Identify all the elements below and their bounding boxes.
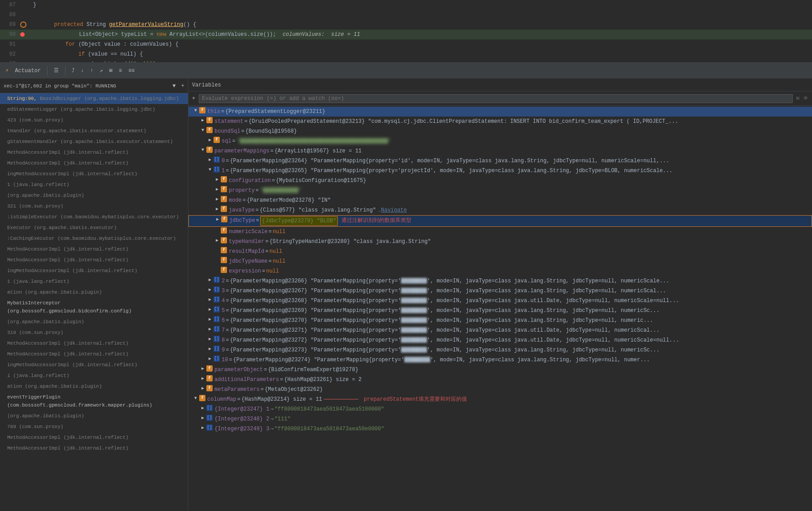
eval-input[interactable]: [199, 94, 793, 103]
var-row-pm7[interactable]: ▶ [] 7 = {ParameterMapping@23271} "Param…: [188, 325, 812, 335]
var-row-property[interactable]: ▶ f property = "███████████": [188, 186, 812, 195]
frame-item[interactable]: 319 (com.sun.proxy): [0, 327, 188, 338]
toolbar-eval[interactable]: ⊞: [107, 66, 114, 75]
frame-item[interactable]: MybatisInterceptor (org.bosssoft.gpmsclo…: [0, 298, 188, 316]
frame-item[interactable]: MethodAccessorImpl (jdk.internal.reflect…: [0, 443, 188, 454]
toggle-pm1[interactable]: ▼: [206, 166, 214, 173]
frame-item[interactable]: MethodAccessorImpl (jdk.internal.reflect…: [0, 432, 188, 443]
toggle-cm1[interactable]: ▶: [199, 405, 206, 412]
frame-item[interactable]: ation (org.apache.ibatis.plugin): [0, 381, 188, 392]
frame-item[interactable]: ingMethodAccessorImpl (jdk.internal.refl…: [0, 169, 188, 179]
frame-item[interactable]: (org.apache.ibatis.plugin): [0, 411, 188, 421]
toggle-config[interactable]: ▶: [214, 176, 221, 183]
frame-item[interactable]: 1 (java.lang.reflect): [0, 370, 188, 381]
frame-item[interactable]: String:90, BaseJdbcLogger (org.apache.ib…: [0, 93, 188, 104]
frame-item[interactable]: 1 (java.lang.reflect): [0, 179, 188, 190]
toggle-sql[interactable]: ▶: [206, 137, 214, 144]
filter-icon[interactable]: ▼: [173, 83, 176, 89]
var-row-mode[interactable]: ▶ f mode = {ParameterMode@23278} "IN": [188, 195, 812, 205]
var-row-pm6[interactable]: ▶ [] 6 = {ParameterMapping@23270} "Param…: [188, 316, 812, 325]
frame-item[interactable]: MethodAccessorImpl (jdk.internal.reflect…: [0, 244, 188, 255]
var-row-resultMapId[interactable]: f resultMapId = null: [188, 247, 812, 256]
var-row-boundSql[interactable]: ▼ f boundSql = {BoundSql@19568}: [188, 126, 812, 136]
var-row-cm3[interactable]: ▶ [] {Integer@23249} 3 → "ff8000818473ae…: [188, 424, 812, 434]
var-row-pm9[interactable]: ▶ [] 9 = {ParameterMapping@23273} "Param…: [188, 345, 812, 355]
toggle-typeHandler[interactable]: ▶: [214, 237, 221, 244]
frame-item[interactable]: MethodAccessorImpl (jdk.internal.reflect…: [0, 255, 188, 265]
frame-item[interactable]: tHandler (org.apache.ibatis.executor.sta…: [0, 126, 188, 136]
var-row-jdbcType[interactable]: ▶ f jdbcType = {JdbcType@23279} "BLOB" 通…: [188, 215, 812, 227]
var-row-sql[interactable]: ▶ f sql = "█████████████████████████████…: [188, 136, 812, 146]
toggle-javaType[interactable]: ▶: [214, 206, 221, 213]
toggle-pm8[interactable]: ▶: [206, 336, 214, 343]
toolbar-run-cursor[interactable]: ↗: [98, 66, 105, 75]
toggle-jdbcType[interactable]: ▶: [214, 216, 221, 223]
toggle-cm2[interactable]: ▶: [199, 415, 206, 422]
toggle-parameterMappings[interactable]: ▼: [199, 147, 206, 154]
toggle-parameterObject[interactable]: ▶: [199, 365, 206, 372]
toolbar-more[interactable]: ≡≡: [127, 67, 136, 75]
var-row-cm2[interactable]: ▶ [] {Integer@23248} 2 → "111": [188, 414, 812, 424]
var-row-typeHandler[interactable]: ▶ f typeHandler = {StringTypeHandler@232…: [188, 237, 812, 247]
var-row-additionalParameters[interactable]: ▶ f additionalParameters = {HashMap@2326…: [188, 375, 812, 385]
frame-item[interactable]: ation (org.apache.ibatis.plugin): [0, 287, 188, 298]
toolbar-step-over[interactable]: ⤴: [70, 66, 76, 75]
var-row-pm1[interactable]: ▼ [] 1 = {ParameterMapping@23265} "Param…: [188, 166, 812, 176]
toggle-pm0[interactable]: ▶: [206, 156, 214, 164]
toolbar-frames[interactable]: ≡: [117, 67, 124, 75]
frame-item[interactable]: (org.apache.ibatis.plugin): [0, 316, 188, 327]
navigate-link[interactable]: Navigate: [381, 206, 407, 215]
toggle-pm4[interactable]: ▶: [206, 296, 214, 303]
toggle-pm7[interactable]: ▶: [206, 326, 214, 333]
toggle-pm2[interactable]: ▶: [206, 277, 214, 284]
var-row-statement[interactable]: ▶ f statement = {DruidPooledPreparedStat…: [188, 117, 812, 126]
var-row-numericScale[interactable]: f numericScale = null: [188, 227, 812, 237]
toggle-pm6[interactable]: ▶: [206, 316, 214, 323]
toggle-pm9[interactable]: ▶: [206, 346, 214, 353]
frame-item[interactable]: MethodAccessorImpl (jdk.internal.reflect…: [0, 349, 188, 359]
variables-list[interactable]: ▼ f this = {PreparedStatementLogger@2321…: [188, 106, 812, 511]
frame-item[interactable]: MethodAccessorImpl (jdk.internal.reflect…: [0, 338, 188, 349]
var-row-pm3[interactable]: ▶ [] 3 = {ParameterMapping@23267} "Param…: [188, 286, 812, 296]
frame-item[interactable]: gStatementHandler (org.apache.ibatis.exe…: [0, 136, 188, 147]
toolbar-step-into[interactable]: ↓: [79, 67, 86, 75]
var-row-pm5[interactable]: ▶ [] 5 = {ParameterMapping@23269} "Param…: [188, 306, 812, 316]
toolbar-menu-icon[interactable]: ☰: [52, 66, 61, 75]
toggle-columnMap[interactable]: ▼: [192, 395, 199, 402]
eye-icon[interactable]: 👁: [803, 95, 808, 102]
frame-item[interactable]: 321 (com.sun.proxy): [0, 201, 188, 212]
var-row-cm1[interactable]: ▶ [] {Integer@23247} 1 → "ff8000818473ae…: [188, 404, 812, 414]
frame-item[interactable]: :isSimpleExecutor (com.baomidou.mybatisp…: [0, 212, 188, 222]
var-row-config[interactable]: ▶ f configuration = {MybatisConfiguratio…: [188, 176, 812, 186]
var-row-parameterMappings[interactable]: ▼ f parameterMappings = {ArrayList@19567…: [188, 146, 812, 156]
add-expression-icon[interactable]: +: [192, 95, 195, 102]
var-row-pm10[interactable]: ▶ [] 10 = {ParameterMapping@23274} "Para…: [188, 355, 812, 365]
frame-item[interactable]: 789 (com.sun.proxy): [0, 421, 188, 432]
toggle-boundSql[interactable]: ▼: [199, 127, 206, 134]
frame-item[interactable]: edStatementLogger (org.apache.ibatis.log…: [0, 104, 188, 115]
frame-item[interactable]: 423 (com.sun.proxy): [0, 115, 188, 126]
add-watch-icon[interactable]: +: [181, 83, 184, 89]
toggle-pm10[interactable]: ▶: [206, 355, 214, 363]
toggle-metaParameters[interactable]: ▶: [199, 385, 206, 392]
toolbar-step-out[interactable]: ↑: [88, 67, 95, 75]
frame-item[interactable]: eventTriggerPlugin (com.bosssoft.gpmsclo…: [0, 392, 188, 411]
side-panel-icon[interactable]: ⊞: [796, 95, 799, 102]
var-row-columnMap[interactable]: ▼ f columnMap = {HashMap@23214} size = 1…: [188, 394, 812, 404]
toggle-mode[interactable]: ▶: [214, 196, 221, 203]
var-row-pm8[interactable]: ▶ [] 8 = {ParameterMapping@23272} "Param…: [188, 335, 812, 345]
frame-item[interactable]: :CachingExecutor (com.baomidou.mybatispl…: [0, 233, 188, 244]
frame-item[interactable]: MethodAccessorImpl (jdk.internal.reflect…: [0, 158, 188, 169]
toggle-pm5[interactable]: ▶: [206, 306, 214, 313]
frame-item[interactable]: Executor (org.apache.ibatis.executor): [0, 222, 188, 233]
var-row-pm0[interactable]: ▶ [] 0 = {ParameterMapping@23264} "Param…: [188, 156, 812, 166]
toggle-pm3[interactable]: ▶: [206, 286, 214, 294]
toggle-this[interactable]: ▼: [192, 107, 199, 114]
toggle-additionalParameters[interactable]: ▶: [199, 375, 206, 382]
toggle-statement[interactable]: ▶: [199, 117, 206, 124]
var-row-jdbcTypeName[interactable]: f jdbcTypeName = null: [188, 256, 812, 266]
toggle-cm3[interactable]: ▶: [199, 424, 206, 432]
frame-item[interactable]: ingMethodAccessorImpl (jdk.internal.refl…: [0, 359, 188, 370]
toggle-property[interactable]: ▶: [214, 186, 221, 193]
frame-item[interactable]: ingMethodAccessorImpl (jdk.internal.refl…: [0, 265, 188, 276]
